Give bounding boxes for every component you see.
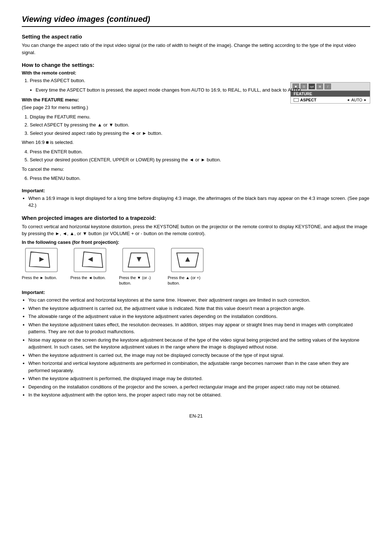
page-number: EN-21 bbox=[189, 413, 203, 419]
important-aspect-item-1: When a 16:9 image is kept displayed for … bbox=[28, 195, 370, 209]
svg-text:►: ► bbox=[38, 254, 46, 263]
subsection-front-projection: In the following cases (for front projec… bbox=[22, 239, 370, 286]
aspect-row-value: AUTO bbox=[351, 98, 362, 102]
page-footer: EN-21 bbox=[22, 413, 370, 419]
subsection-important-aspect: Important: When a 16:9 image is kept dis… bbox=[22, 188, 370, 209]
aspect-left-arrow: ◄ bbox=[347, 98, 350, 102]
trapezoid-item-8: When the keystone adjustment is performe… bbox=[28, 375, 370, 382]
aspect-right-arrow: ► bbox=[364, 98, 367, 102]
trapezoid-item-3: The allowable range of the adjustment va… bbox=[28, 313, 370, 320]
toolbar-icon-3: opt bbox=[309, 84, 315, 89]
keystone-images-row: ► Press the ► button. ◄ Press the ◄ butt… bbox=[22, 246, 370, 286]
feature-box-aspect-row: ASPECT ◄ AUTO ► bbox=[291, 97, 370, 103]
keystone-svg-4: ▲ bbox=[170, 246, 206, 274]
keystone-svg-1: ► bbox=[24, 246, 60, 274]
keystone-caption-1: Press the ► button. bbox=[22, 275, 62, 281]
trapezoid-item-6: When the keystone adjustment is carried … bbox=[28, 352, 370, 359]
feature-step-6: Press the MENU button. bbox=[30, 175, 370, 182]
toolbar-icon-5: i bbox=[324, 84, 331, 89]
svg-text:◄: ◄ bbox=[86, 254, 94, 263]
section-title-aspect: Setting the aspect ratio bbox=[22, 33, 370, 40]
keystone-caption-3: Press the ▼ (or -) button. bbox=[119, 275, 159, 286]
toolbar-icon-4: ⊞ bbox=[317, 84, 323, 89]
feature-extra-steps: Press the ENTER button. Select your desi… bbox=[30, 148, 370, 164]
subsection-important-trapezoid: Important: You can correct the vertical … bbox=[22, 290, 370, 399]
feature-step-3: Select your desired aspect ratio by pres… bbox=[30, 130, 370, 137]
feature-menu-steps: Display the FEATURE menu. Select ASPECT … bbox=[30, 113, 370, 137]
important-trapezoid-label: Important: bbox=[22, 290, 370, 295]
trapezoid-item-1: You can correct the vertical and horizon… bbox=[28, 297, 370, 304]
important-aspect-label: Important: bbox=[22, 188, 370, 193]
feature-menu-note: (See page 23 for menu setting.) bbox=[22, 104, 370, 111]
section-how-to-change: How to change the settings: With the rem… bbox=[22, 62, 370, 209]
trapezoid-title: When projected images are distorted to a… bbox=[22, 215, 370, 221]
trapezoid-item-9: Depending on the installation conditions… bbox=[28, 383, 370, 391]
trapezoid-item-2: When the keystone adjustment is carried … bbox=[28, 305, 370, 312]
keystone-caption-4: Press the ▲ (or +) button. bbox=[168, 275, 208, 286]
aspect-icon bbox=[294, 98, 299, 102]
feature-step-1: Display the FEATURE menu. bbox=[30, 113, 370, 121]
keystone-svg-3: ▼ bbox=[121, 246, 157, 274]
svg-text:▲: ▲ bbox=[184, 254, 192, 263]
front-projection-label: In the following cases (for front projec… bbox=[22, 239, 370, 245]
keystone-svg-2: ◄ bbox=[72, 246, 109, 274]
subsection-feature-menu: With the FEATURE menu: ■ ⊡ opt ⊞ i FEATU… bbox=[22, 97, 370, 184]
feature-box-header: FEATURE bbox=[291, 91, 370, 97]
feature-step-4: Press the ENTER button. bbox=[30, 148, 370, 156]
important-aspect-items: When a 16:9 image is kept displayed for … bbox=[28, 195, 370, 209]
keystone-img-2: ◄ Press the ◄ button. bbox=[70, 246, 110, 281]
keystone-img-3: ▼ Press the ▼ (or -) button. bbox=[119, 246, 159, 286]
trapezoid-intro: To correct vertical and horizontal keyst… bbox=[22, 223, 370, 237]
how-to-change-title: How to change the settings: bbox=[22, 62, 370, 68]
important-trapezoid-items: You can correct the vertical and horizon… bbox=[28, 297, 370, 399]
feature-when-selected: When 16:9 ■ is selected. bbox=[22, 139, 370, 146]
keystone-caption-2: Press the ◄ button. bbox=[70, 275, 110, 281]
feature-box-toolbar: ■ ⊡ opt ⊞ i bbox=[291, 82, 370, 91]
svg-text:▼: ▼ bbox=[135, 254, 143, 263]
trapezoid-item-10: In the keystone adjustment with the opti… bbox=[28, 391, 370, 399]
feature-cancel-note: To cancel the menu: bbox=[22, 166, 370, 173]
trapezoid-item-4: When the keystone adjustment takes effec… bbox=[28, 321, 370, 335]
feature-menu-ui-box: ■ ⊡ opt ⊞ i FEATURE ASPECT ◄ AUTO ► bbox=[290, 82, 370, 104]
section-setting-aspect-ratio: Setting the aspect ratio You can change … bbox=[22, 33, 370, 56]
keystone-img-1: ► Press the ► button. bbox=[22, 246, 62, 281]
feature-step-2: Select ASPECT by pressing the ▲ or ▼ but… bbox=[30, 121, 370, 129]
trapezoid-item-7: When horizontal and vertical keystone ad… bbox=[28, 360, 370, 374]
feature-step-5: Select your desired position (CENTER, UP… bbox=[30, 156, 370, 164]
feature-cancel-steps: Press the MENU button. bbox=[30, 175, 370, 182]
trapezoid-item-5: Noise may appear on the screen during th… bbox=[28, 337, 370, 351]
page-title: Viewing video images (continued) bbox=[22, 15, 370, 27]
keystone-img-4: ▲ Press the ▲ (or +) button. bbox=[168, 246, 208, 286]
section-trapezoid: When projected images are distorted to a… bbox=[22, 215, 370, 399]
remote-control-label: With the remote control: bbox=[22, 70, 370, 76]
aspect-intro: You can change the aspect ratio of the i… bbox=[22, 42, 370, 56]
aspect-row-label: ASPECT bbox=[300, 98, 345, 102]
